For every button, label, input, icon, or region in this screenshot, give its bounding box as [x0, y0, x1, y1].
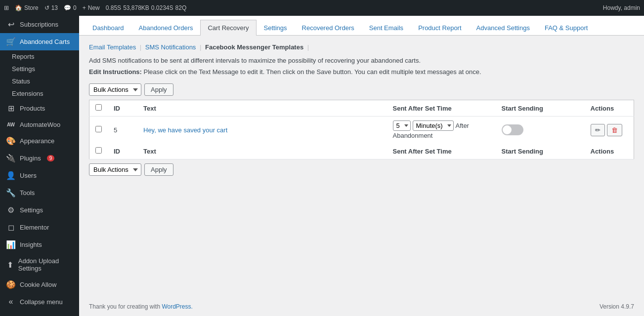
tfoot-id: ID: [108, 143, 137, 159]
edit-button[interactable]: ✏: [591, 124, 605, 136]
row-checkbox-cell: [89, 117, 108, 144]
sidebar-item-cookie-allow[interactable]: 🍪 Cookie Allow: [0, 276, 79, 293]
edit-instructions-text: Please click on the Text Message to edit…: [144, 68, 481, 76]
tab-recovered-orders[interactable]: Recovered Orders: [295, 20, 362, 36]
sidebar-item-status[interactable]: Status: [6, 75, 79, 87]
tfoot-time: Sent After Set Time: [387, 143, 496, 159]
delete-button[interactable]: 🗑: [607, 124, 622, 136]
plugins-badge: 9: [47, 155, 55, 161]
row-actions: ✏ 🗑: [585, 117, 634, 144]
plugins-icon: 🔌: [6, 154, 16, 163]
edit-instructions-label: Edit Instructions:: [89, 68, 142, 76]
sms-table: ID Text Sent After Set Time Start Sendin…: [89, 100, 634, 159]
sidebar-item-settings-sub[interactable]: Settings: [6, 63, 79, 75]
description-text: Add SMS notifications to be sent at diff…: [89, 57, 634, 64]
subnav-sms-notifications[interactable]: SMS Notifications: [145, 43, 196, 51]
automatewoo-icon: AW: [6, 122, 16, 127]
perf-info: 0.85S 53,878KB 0.0234S 82Q: [106, 4, 186, 11]
sidebar-item-appearance[interactable]: 🎨 Appearance: [0, 132, 79, 150]
th-time: Sent After Set Time: [387, 100, 496, 117]
sidebar-item-settings-main[interactable]: ⚙ Settings: [0, 201, 79, 219]
page-content: Email Templates | SMS Notifications | Fa…: [79, 36, 644, 297]
subscriptions-icon: ↩: [6, 20, 16, 29]
apply-button-top[interactable]: Apply: [144, 83, 173, 96]
tfoot-checkbox: [89, 143, 108, 159]
howdy-text: Howdy, admin: [603, 4, 640, 11]
sidebar: ↩ Subscriptions 🛒 Abandoned Carts Report…: [0, 16, 79, 316]
updates-link[interactable]: ↺ 13: [44, 4, 58, 11]
products-icon: ⊞: [6, 104, 16, 113]
tools-icon: 🔧: [6, 188, 16, 198]
main-content: Dashboard Abandoned Orders Cart Recovery…: [79, 16, 644, 316]
tab-dashboard[interactable]: Dashboard: [85, 20, 131, 36]
store-link[interactable]: 🏠 Store: [15, 4, 39, 11]
row-time: 5 Minute(s) After Abandonment: [387, 117, 496, 144]
tab-sent-emails[interactable]: Sent Emails: [362, 20, 411, 36]
sub-nav: Email Templates | SMS Notifications | Fa…: [89, 43, 634, 51]
apply-button-bottom[interactable]: Apply: [144, 163, 173, 176]
time-after-label: After: [456, 122, 469, 129]
subnav-sep-2: |: [200, 43, 203, 51]
sidebar-item-tools[interactable]: 🔧 Tools: [0, 184, 79, 201]
row-sending: [496, 117, 585, 144]
sidebar-submenu: Reports Settings Status Extensions: [0, 50, 79, 100]
new-link[interactable]: + New: [83, 4, 100, 11]
sidebar-item-subscriptions[interactable]: ↩ Subscriptions: [0, 16, 79, 33]
select-all-bottom[interactable]: [95, 147, 102, 154]
bulk-actions-select-top[interactable]: Bulk Actions: [89, 83, 141, 96]
select-all-top[interactable]: [95, 104, 102, 111]
tab-advanced-settings[interactable]: Advanced Settings: [469, 20, 537, 36]
tab-abandoned-orders[interactable]: Abandoned Orders: [131, 20, 201, 36]
footer-text: Thank you for creating with WordPress.: [89, 303, 193, 310]
sidebar-item-users[interactable]: 👤 Users: [0, 167, 79, 184]
sidebar-item-products[interactable]: ⊞ Products: [0, 100, 79, 117]
top-toolbar: Bulk Actions Apply: [89, 83, 634, 96]
th-id: ID: [108, 100, 137, 117]
row-text[interactable]: Hey, we have saved your cart: [137, 117, 387, 144]
users-icon: 👤: [6, 171, 16, 180]
wordpress-link[interactable]: WordPress.: [162, 303, 192, 310]
subnav-facebook-messenger[interactable]: Facebook Messenger Templates: [205, 43, 303, 51]
tab-cart-recovery[interactable]: Cart Recovery: [200, 20, 256, 36]
tfoot-sending: Start Sending: [496, 143, 585, 159]
tfoot-actions: Actions: [585, 143, 634, 159]
tab-settings[interactable]: Settings: [257, 20, 295, 36]
sidebar-item-plugins[interactable]: 🔌 Plugins 9: [0, 150, 79, 167]
comments-link[interactable]: 💬 0: [64, 4, 77, 11]
appearance-icon: 🎨: [6, 136, 16, 146]
version-text: Version 4.9.7: [600, 303, 634, 310]
sidebar-item-reports[interactable]: Reports: [6, 50, 79, 63]
sidebar-item-insights[interactable]: 📊 Insights: [0, 236, 79, 253]
cart-icon: 🛒: [6, 37, 16, 46]
tab-bar: Dashboard Abandoned Orders Cart Recovery…: [79, 16, 644, 36]
start-sending-toggle[interactable]: [502, 124, 523, 135]
collapse-icon: «: [6, 297, 16, 306]
addon-icon: ⬆: [6, 260, 14, 270]
sidebar-item-automatewoo[interactable]: AW AutomateWoo: [0, 117, 79, 132]
time-row: 5 Minute(s) After: [393, 120, 469, 131]
sidebar-item-extensions[interactable]: Extensions: [6, 87, 79, 100]
sidebar-item-addon-upload[interactable]: ⬆ Addon Upload Settings: [0, 253, 79, 276]
insights-icon: 📊: [6, 240, 16, 249]
sidebar-item-collapse[interactable]: « Collapse menu: [0, 293, 79, 310]
toggle-slider: [502, 124, 523, 135]
tab-faq-support[interactable]: FAQ & Support: [537, 20, 595, 36]
subnav-email-templates[interactable]: Email Templates: [89, 43, 136, 51]
table-row: 5 Hey, we have saved your cart 5 Minute(…: [89, 117, 634, 144]
wp-logo[interactable]: ⊞: [4, 4, 9, 11]
th-sending: Start Sending: [496, 100, 585, 117]
page-footer: Thank you for creating with WordPress. V…: [79, 297, 644, 316]
time-unit-select[interactable]: Minute(s): [413, 120, 454, 131]
row-checkbox[interactable]: [95, 126, 102, 132]
time-value-select[interactable]: 5: [393, 120, 411, 131]
bulk-actions-select-bottom[interactable]: Bulk Actions: [89, 163, 141, 176]
sidebar-item-elementor[interactable]: ◻ Elementor: [0, 219, 79, 236]
admin-bar: ⊞ 🏠 Store ↺ 13 💬 0 + New 0.85S 53,878KB …: [0, 0, 644, 16]
elementor-icon: ◻: [6, 223, 16, 232]
th-actions: Actions: [585, 100, 634, 117]
time-abandonment-label: Abandonment: [393, 132, 433, 139]
time-cell: 5 Minute(s) After Abandonment: [393, 120, 490, 139]
subnav-sep-1: |: [140, 43, 143, 51]
tab-product-report[interactable]: Product Report: [411, 20, 469, 36]
sidebar-item-abandoned-carts[interactable]: 🛒 Abandoned Carts: [0, 33, 79, 50]
